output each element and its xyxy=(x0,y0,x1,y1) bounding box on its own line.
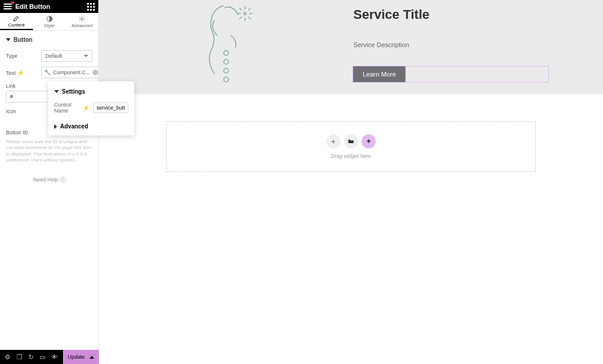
tab-label: Content xyxy=(8,22,25,28)
svg-point-1 xyxy=(81,18,83,19)
popover-advanced-label: Advanced xyxy=(60,123,88,130)
service-title: Service Title xyxy=(353,7,585,22)
contrast-icon xyxy=(46,15,53,22)
tab-label: Style xyxy=(44,23,55,28)
need-help[interactable]: Need Help? xyxy=(0,177,99,183)
text-input[interactable]: 🔧 Component C... xyxy=(41,67,101,78)
chevron-down-icon xyxy=(84,55,88,57)
hero-image xyxy=(99,0,353,94)
icon-label: Icon xyxy=(6,108,41,114)
help-icon: ? xyxy=(60,177,66,183)
pencil-icon xyxy=(13,15,20,22)
panel-tabs: Content Style Advanced xyxy=(0,13,98,31)
row-type: Type Default xyxy=(0,48,98,64)
wrench-icon: 🔧 xyxy=(44,70,51,75)
type-select[interactable]: Default xyxy=(41,50,92,62)
preview-icon[interactable]: 👁 xyxy=(51,353,58,361)
caret-right-icon xyxy=(54,124,57,129)
history-icon[interactable]: ↻ xyxy=(28,353,34,361)
responsive-icon[interactable]: ▭ xyxy=(39,353,45,361)
globe-icon[interactable] xyxy=(92,70,98,75)
panel-header: Edit Button xyxy=(0,0,98,13)
dynamic-popover: Settings Control Name ⚡ Advanced xyxy=(48,81,134,135)
service-description: Service Description xyxy=(353,41,585,48)
spa-illustration-icon xyxy=(191,3,261,91)
svg-point-6 xyxy=(244,12,246,15)
section-title: Button xyxy=(14,37,32,43)
caret-down-icon xyxy=(6,38,11,41)
link-label: Link xyxy=(6,83,41,89)
learn-more-button[interactable]: Learn More xyxy=(353,67,405,82)
caret-down-icon xyxy=(54,90,59,93)
row-text: Text ⚡ 🔧 Component C... xyxy=(0,64,98,81)
gear-icon xyxy=(78,15,85,22)
tab-advanced[interactable]: Advanced xyxy=(65,13,98,30)
controlname-input[interactable] xyxy=(93,102,128,113)
popover-settings-label: Settings xyxy=(62,88,85,95)
svg-point-4 xyxy=(224,68,228,73)
buttonid-label: Button ID xyxy=(6,130,41,135)
update-button[interactable]: Update xyxy=(63,350,99,364)
buttonid-help: Please make sure the ID is unique and no… xyxy=(0,138,98,165)
panel-bottombar: ⚙ ❐ ↻ ▭ 👁 Update xyxy=(0,350,99,364)
popover-controlname-row: Control Name ⚡ xyxy=(48,98,134,117)
selection-outline xyxy=(405,66,549,82)
text-label: Text ⚡ xyxy=(6,70,41,76)
panel-title: Edit Button xyxy=(15,3,50,10)
button-widget-selected[interactable]: Learn More xyxy=(353,66,585,82)
svg-point-2 xyxy=(224,51,228,55)
add-section-button[interactable]: ＋ xyxy=(326,134,340,148)
tab-style[interactable]: Style xyxy=(33,13,66,30)
dynamic-icon[interactable]: ⚡ xyxy=(17,70,24,76)
svg-point-5 xyxy=(224,77,228,82)
empty-section[interactable]: ＋ ✦ Drag widget here xyxy=(166,121,536,172)
hero-section: Service Title Service Description Learn … xyxy=(99,0,603,94)
drop-label: Drag widget here xyxy=(331,153,372,159)
ai-button[interactable]: ✦ xyxy=(362,134,376,148)
text-value: Component C... xyxy=(53,70,90,75)
type-value: Default xyxy=(45,53,62,59)
settings-icon[interactable]: ⚙ xyxy=(5,353,11,361)
layers-icon[interactable]: ❐ xyxy=(16,353,22,361)
apps-icon[interactable] xyxy=(87,3,95,11)
section-button[interactable]: Button xyxy=(0,31,98,48)
preview-canvas: Service Title Service Description Learn … xyxy=(99,0,603,364)
popover-settings-head[interactable]: Settings xyxy=(48,86,134,98)
chevron-up-icon xyxy=(90,356,94,359)
dynamic-icon[interactable]: ⚡ xyxy=(82,105,90,111)
svg-point-3 xyxy=(224,59,228,64)
type-label: Type xyxy=(6,53,41,59)
update-label: Update xyxy=(68,354,85,360)
controlname-label: Control Name xyxy=(54,102,79,114)
template-button[interactable] xyxy=(344,134,358,148)
menu-icon[interactable] xyxy=(4,4,12,9)
tab-label: Advanced xyxy=(71,23,92,28)
folder-icon xyxy=(347,138,354,145)
tab-content[interactable]: Content xyxy=(0,13,33,30)
editor-panel: Edit Button Content Style Advanced Butto… xyxy=(0,0,99,364)
hero-content: Service Title Service Description Learn … xyxy=(353,0,603,94)
popover-advanced-head[interactable]: Advanced xyxy=(48,117,134,133)
